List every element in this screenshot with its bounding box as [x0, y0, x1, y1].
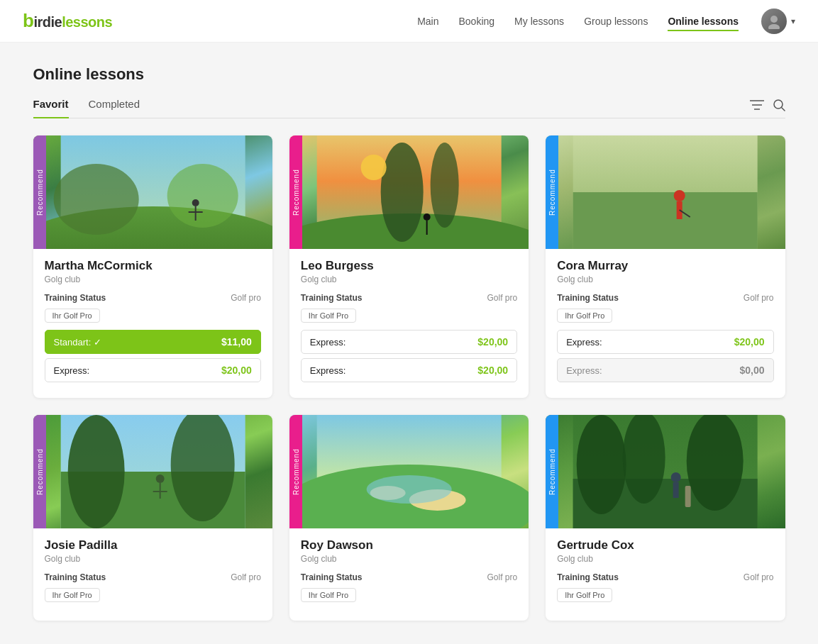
svg-point-18: [360, 155, 386, 180]
card-martha-mccormick[interactable]: Recommend: [33, 135, 272, 398]
training-status-label: Training Status: [301, 572, 363, 582]
search-button[interactable]: [773, 99, 785, 111]
card-image: [33, 135, 272, 249]
card-roy-dawson[interactable]: Recommend: [289, 415, 529, 621]
instructor-name: Roy Dawson: [301, 538, 517, 553]
card-image-wrapper: Recommend: [33, 135, 272, 249]
svg-point-23: [674, 190, 685, 201]
filter-button[interactable]: [750, 100, 764, 110]
svg-point-5: [774, 100, 783, 109]
page-title: Online lessons: [33, 65, 785, 84]
card-tag: Ihr Golf Pro: [301, 309, 356, 323]
card-tag: Ihr Golf Pro: [557, 588, 612, 602]
plan-express-1[interactable]: Express: $20,00: [301, 330, 517, 354]
svg-point-43: [671, 472, 681, 482]
training-status-value: Golf pro: [487, 572, 517, 582]
training-status-value: Golf pro: [231, 293, 261, 303]
svg-point-19: [423, 213, 430, 221]
card-image-wrapper: Recommend: [546, 135, 785, 249]
instructor-name: Martha McCormick: [45, 259, 261, 273]
training-status-label: Training Status: [45, 293, 106, 303]
recommend-bar: Recommend: [289, 135, 302, 249]
training-status-value: Golf pro: [487, 293, 517, 303]
svg-point-9: [53, 164, 138, 235]
plan-standard[interactable]: Standart: ✓ $11,00: [45, 330, 261, 354]
avatar: [761, 9, 787, 34]
tab-completed[interactable]: Completed: [89, 98, 140, 118]
training-status-row: Training Status Golf pro: [557, 293, 773, 303]
navbar: birdielessons Main Booking My lessons Gr…: [0, 0, 818, 43]
instructor-name: Gertrude Cox: [557, 538, 773, 553]
svg-point-17: [430, 143, 458, 228]
instructor-subtitle: Golg club: [557, 274, 773, 284]
cards-grid: Recommend: [33, 135, 785, 621]
instructor-subtitle: Golg club: [45, 274, 261, 284]
svg-point-16: [380, 143, 423, 242]
training-status-row: Training Status Golf pro: [557, 572, 773, 582]
svg-rect-44: [673, 482, 679, 498]
nav-online-lessons[interactable]: Online lessons: [668, 16, 739, 31]
training-status-value: Golf pro: [744, 293, 774, 303]
card-body: Gertrude Cox Golg club Training Status G…: [546, 528, 785, 621]
svg-point-40: [577, 415, 626, 514]
training-status-row: Training Status Golf pro: [45, 572, 261, 582]
card-gertrude-cox[interactable]: Recommend: [546, 415, 785, 621]
card-josie-padilla[interactable]: Recommend: [33, 415, 272, 621]
instructor-subtitle: Golg club: [557, 554, 773, 564]
card-image: [546, 415, 785, 528]
nav-links: Main Booking My lessons Group lessons On…: [417, 15, 739, 28]
card-image-wrapper: Recommend: [546, 415, 785, 528]
card-cora-murray[interactable]: Recommend: [546, 135, 785, 398]
svg-rect-45: [685, 486, 691, 507]
svg-point-41: [623, 415, 665, 504]
instructor-name: Cora Murray: [557, 259, 773, 273]
svg-point-42: [687, 415, 744, 511]
instructor-name: Josie Padilla: [45, 538, 261, 553]
card-body: Martha McCormick Golg club Training Stat…: [33, 249, 272, 398]
card-body: Roy Dawson Golg club Training Status Gol…: [289, 528, 529, 621]
card-tag: Ihr Golf Pro: [45, 309, 100, 323]
instructor-subtitle: Golg club: [301, 274, 517, 284]
card-image: [33, 415, 272, 528]
tab-favorit[interactable]: Favorit: [33, 98, 69, 118]
svg-point-11: [192, 199, 199, 206]
card-image-wrapper: Recommend: [289, 415, 529, 528]
svg-point-0: [770, 16, 778, 23]
card-body: Leo Burgess Golg club Training Status Go…: [289, 249, 529, 398]
card-tag: Ihr Golf Pro: [557, 309, 612, 323]
instructor-subtitle: Golg club: [45, 554, 261, 564]
training-status-value: Golf pro: [744, 572, 774, 582]
nav-booking[interactable]: Booking: [459, 16, 495, 30]
training-status-label: Training Status: [45, 572, 106, 582]
logo[interactable]: birdielessons: [23, 10, 112, 32]
user-avatar-menu[interactable]: ▾: [761, 9, 795, 34]
card-leo-burgess[interactable]: Recommend: [289, 135, 529, 398]
training-status-row: Training Status Golf pro: [301, 572, 517, 582]
training-status-value: Golf pro: [231, 572, 261, 582]
nav-my-lessons[interactable]: My lessons: [514, 16, 564, 30]
instructor-name: Leo Burgess: [301, 259, 517, 273]
instructor-subtitle: Golg club: [301, 554, 517, 564]
svg-rect-22: [573, 192, 758, 249]
svg-point-1: [768, 24, 780, 29]
training-status-label: Training Status: [301, 293, 363, 303]
recommend-bar: Recommend: [33, 135, 46, 249]
card-image-wrapper: Recommend: [289, 135, 529, 249]
plan-express-2[interactable]: Express: $20,00: [301, 358, 517, 382]
card-image-wrapper: Recommend: [33, 415, 272, 528]
recommend-bar: Recommend: [546, 415, 558, 528]
plan-express-2[interactable]: Express: $0,00: [557, 358, 773, 382]
nav-main[interactable]: Main: [417, 16, 438, 30]
training-status-label: Training Status: [557, 293, 619, 303]
plan-express-1[interactable]: Express: $20,00: [45, 358, 261, 382]
recommend-bar: Recommend: [33, 415, 46, 528]
svg-point-10: [167, 164, 238, 228]
svg-point-28: [67, 415, 124, 528]
card-body: Cora Murray Golg club Training Status Go…: [546, 249, 785, 398]
tab-actions: [750, 99, 785, 117]
nav-group-lessons[interactable]: Group lessons: [584, 16, 648, 30]
page-content: Online lessons Favorit Completed: [19, 43, 800, 643]
plan-express-1[interactable]: Express: $20,00: [557, 330, 773, 354]
card-body: Josie Padilla Golg club Training Status …: [33, 528, 272, 621]
chevron-down-icon: ▾: [791, 16, 795, 26]
